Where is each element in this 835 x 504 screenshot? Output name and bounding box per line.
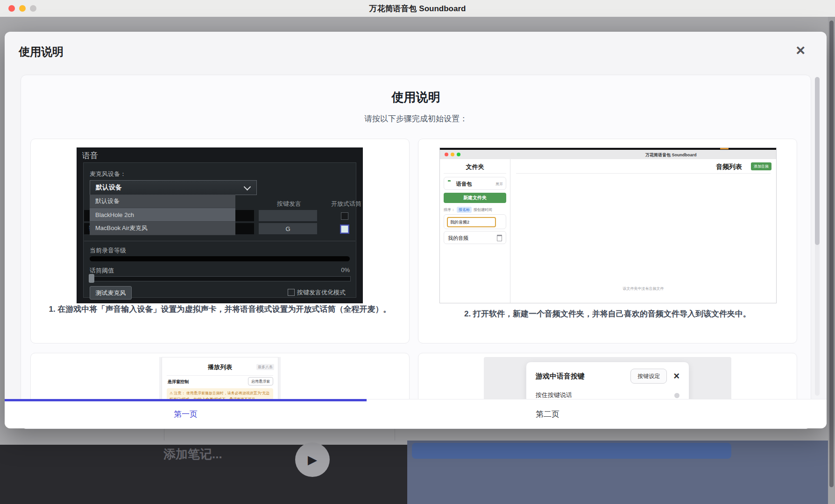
sort-label: 排序： bbox=[444, 207, 455, 212]
window-titlebar: 万花筒语音包 Soundboard bbox=[0, 0, 835, 17]
optimize-checkbox bbox=[288, 289, 295, 296]
warning-icon: ⚠ bbox=[170, 391, 173, 395]
mini-titlebar: 万花筒语音包 Soundboard bbox=[440, 150, 776, 160]
folder-item-name: 我的音频 bbox=[448, 235, 468, 242]
threshold-value: 0% bbox=[329, 266, 350, 273]
mic-device-label: 麦克风设备： bbox=[90, 170, 126, 178]
test-mic-button: 测试麦克风 bbox=[90, 286, 132, 300]
optimize-checkbox-label: 按键发言优化模式 bbox=[297, 288, 346, 297]
folder-name: 语音包 bbox=[456, 181, 472, 188]
mini-close-icon bbox=[445, 153, 448, 156]
folder-row: 语音包 展开 bbox=[444, 177, 506, 190]
hotkey-dialog-header: 游戏中语音按键 按键设定 × bbox=[536, 369, 679, 384]
record-level-bar bbox=[90, 256, 350, 261]
threshold-slider-handle bbox=[89, 274, 94, 283]
trash-icon bbox=[497, 235, 502, 241]
mini-zoom-icon bbox=[457, 153, 460, 156]
mini-add-audio-button: 添加音频 bbox=[751, 162, 771, 170]
step-2-caption: 2. 打开软件，新建一个音频文件夹，并将自己喜欢的音频文件导入到该文件夹中。 bbox=[432, 308, 783, 320]
push-to-speak-label: 按住按键说话 bbox=[536, 391, 674, 399]
instructions-panel: 使用说明 请按以下步骤完成初始设置： 语音 麦克风设备： 默认设备 按键发言 开… bbox=[21, 75, 811, 429]
sort-row: 排序： 按名称 按创建时间 bbox=[444, 207, 492, 213]
modal-title: 使用说明 bbox=[19, 44, 64, 59]
rename-row: 我的音频2 bbox=[444, 214, 506, 229]
close-window-icon bbox=[8, 5, 15, 12]
mini-sidebar: 文件夹 语音包 展开 新建文件夹 排序： 按名称 按创建时间 bbox=[440, 159, 510, 303]
folder-item-row: 我的音频 bbox=[444, 231, 506, 244]
mini-audio-list-header: 音频列表 bbox=[716, 163, 742, 171]
tab-page-two[interactable]: 第二页 bbox=[367, 399, 729, 428]
overlay-control-label: 悬浮窗控制 bbox=[168, 379, 189, 385]
mini-minimize-icon bbox=[451, 153, 454, 156]
pager-footer: 第一页 第二页 bbox=[5, 399, 827, 428]
open-mic-checkbox-checked bbox=[341, 225, 348, 233]
mic-device-select: 默认设备 bbox=[90, 180, 257, 195]
game-settings-screenshot: 语音 麦克风设备： 默认设备 按键发言 开放式话筒 语音聊天（全队友） G bbox=[77, 147, 363, 303]
empty-folder-text: 该文件夹中没有音频文件 bbox=[510, 286, 776, 291]
screen: 万花筒语音包 Soundboard 文件夹 音频列表 添加音频 播放列表 添加笔… bbox=[0, 0, 835, 504]
voice-panel-title: 语音 bbox=[82, 150, 98, 161]
modal-scrollbar-thumb[interactable] bbox=[815, 77, 820, 245]
mini-traffic-lights bbox=[445, 153, 460, 156]
sort-by-name-pill: 按名称 bbox=[457, 207, 472, 213]
step-card-1: 语音 麦克风设备： 默认设备 按键发言 开放式话筒 语音聊天（全队友） G bbox=[30, 139, 410, 343]
close-icon[interactable]: × bbox=[796, 42, 805, 58]
speak-row: 按住按键说话 bbox=[536, 391, 679, 399]
step-card-2: 万花筒语音包 Soundboard 文件夹 语音包 展开 新建文件夹 排序： bbox=[418, 139, 797, 343]
zoom-window-icon bbox=[30, 5, 36, 12]
mini-window-title: 万花筒语音包 Soundboard bbox=[645, 152, 697, 158]
rename-input: 我的音频2 bbox=[447, 217, 496, 227]
sort-by-created: 按创建时间 bbox=[474, 207, 492, 212]
expand-label: 展开 bbox=[495, 182, 503, 187]
selected-device: 默认设备 bbox=[96, 183, 122, 192]
divider bbox=[516, 173, 771, 174]
open-mic-column: 开放式话筒 bbox=[324, 200, 368, 208]
panel-heading: 使用说明 bbox=[21, 89, 811, 105]
status-dot bbox=[674, 393, 679, 398]
divider bbox=[444, 173, 506, 174]
step-1-caption: 1. 在游戏中将「声音输入设备」设置为虚拟声卡，并将语音模式设置为开放式话筒（全… bbox=[45, 303, 395, 315]
keybind-cell-empty bbox=[259, 210, 317, 221]
window-title: 万花筒语音包 Soundboard bbox=[369, 3, 466, 14]
instructions-modal: 使用说明 × 使用说明 请按以下步骤完成初始设置： 语音 麦克风设备： 默认设备… bbox=[5, 32, 827, 428]
push-to-talk-column: 按键发言 bbox=[263, 200, 315, 208]
tab-page-one[interactable]: 第一页 bbox=[5, 399, 367, 428]
hotkey-dialog-title: 游戏中语音按键 bbox=[536, 372, 630, 381]
record-level-label: 当前录音等级 bbox=[90, 246, 126, 255]
divider bbox=[167, 375, 273, 376]
close-icon: × bbox=[673, 371, 679, 381]
app-window-screenshot: 万花筒语音包 Soundboard 文件夹 语音包 展开 新建文件夹 排序： bbox=[439, 147, 777, 303]
orange-accent-tick bbox=[720, 148, 729, 149]
limit-badge: 最多八条 bbox=[256, 364, 274, 370]
new-folder-button: 新建文件夹 bbox=[444, 193, 506, 203]
keybind-button: 按键设定 bbox=[630, 369, 667, 384]
open-mic-checkbox-unchecked bbox=[341, 212, 348, 220]
threshold-slider-track bbox=[90, 276, 351, 281]
divider bbox=[84, 241, 355, 241]
enable-overlay-button: 启用悬浮窗 bbox=[248, 377, 273, 385]
chevron-down-icon bbox=[244, 183, 251, 191]
mini-folders-header: 文件夹 bbox=[440, 163, 510, 171]
mini-main-area: 音频列表 添加音频 该文件夹中没有音频文件 bbox=[510, 159, 776, 303]
dropdown-option: 默认设备 bbox=[90, 195, 235, 208]
minimize-window-icon bbox=[19, 5, 26, 12]
panel-subtitle: 请按以下步骤完成初始设置： bbox=[21, 113, 811, 124]
dropdown-option: MacBook Air麦克风 bbox=[90, 222, 235, 235]
keybind-cell-g: G bbox=[259, 223, 317, 234]
device-dropdown: 默认设备 BlackHole 2ch MacBook Air麦克风 bbox=[90, 195, 235, 235]
modal-scrollbar-track bbox=[815, 77, 820, 396]
dropdown-option-highlighted: BlackHole 2ch bbox=[90, 208, 235, 222]
traffic-lights bbox=[8, 5, 36, 12]
